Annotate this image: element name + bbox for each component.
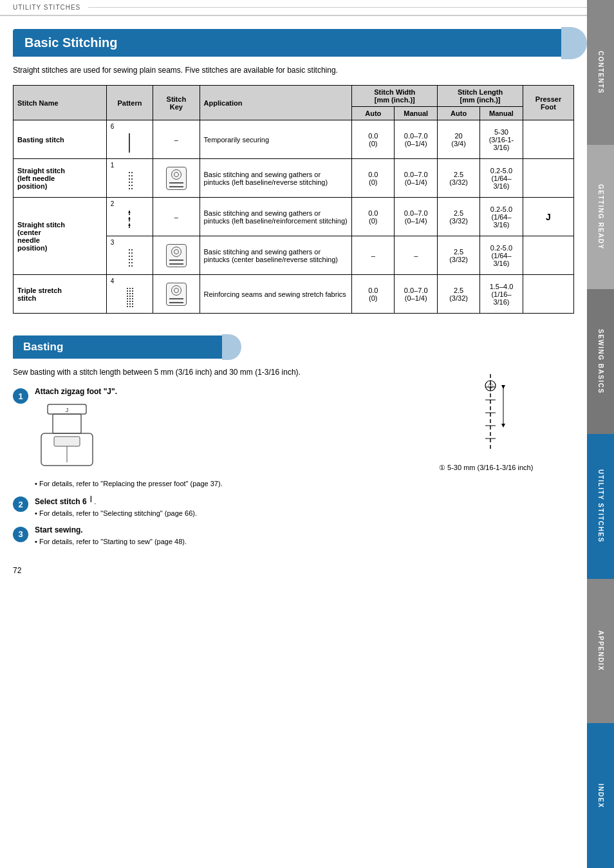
svg-rect-16 xyxy=(54,437,80,446)
length-manual-1: 5-30(3/16-1-3/16) xyxy=(479,120,523,159)
step-circle-2: 2 xyxy=(13,496,28,512)
presser-2 xyxy=(523,159,573,198)
svg-point-5 xyxy=(129,218,131,220)
sidebar-tab-contents[interactable]: CONTENTS xyxy=(587,0,614,145)
intro-text: Straight stitches are used for sewing pl… xyxy=(13,64,574,76)
stitch-name-4: Triple stretchstitch xyxy=(14,275,107,314)
presser-3b xyxy=(523,236,573,275)
key-icon-4 xyxy=(166,283,187,306)
th-presser-foot: PresserFoot xyxy=(523,86,573,120)
foot-svg: J xyxy=(35,401,99,472)
th-stitch-name: Stitch Name xyxy=(14,86,107,120)
key-circle-inner-2 xyxy=(174,172,179,177)
stitch-table: Stitch Name Pattern StitchKey Applicatio… xyxy=(13,85,574,314)
presser-3: J xyxy=(523,198,573,236)
th-length-manual: Manual xyxy=(479,107,523,120)
table-row: Straight stitch(centerneedleposition) 2 … xyxy=(14,198,574,236)
step-content-1: Attach zigzag foot "J". J F xyxy=(35,387,394,489)
basting-right: ① ① 5-30 mm (3/16-1-3/16 inch) xyxy=(407,329,574,553)
application-1: Temporarily securing xyxy=(200,120,352,159)
basting-diagram-container: ① ① 5-30 mm (3/16-1-3/16 inch) xyxy=(439,368,542,472)
length-manual-2: 0.2-5.0(1/64–3/16) xyxy=(479,159,523,198)
basting-intro: Sew basting with a stitch length between… xyxy=(13,366,394,378)
step-note-3: For details, refer to "Starting to sew" … xyxy=(35,537,394,547)
sub-title-tab-ear xyxy=(222,334,241,360)
th-stitch-width: Stitch Width[mm (inch.)] xyxy=(352,86,438,107)
key-1: – xyxy=(153,120,200,159)
stitch-name-2: Straight stitch(left needleposition) xyxy=(14,159,107,198)
th-stitch-key: StitchKey xyxy=(153,86,200,120)
presser-1 xyxy=(523,120,573,159)
th-width-auto: Auto xyxy=(352,107,395,120)
length-manual-3: 0.2-5.0(1/64–3/16) xyxy=(479,198,523,236)
th-application: Application xyxy=(200,86,352,120)
length-auto-1: 20(3/4) xyxy=(438,120,480,159)
sidebar-tab-getting-ready[interactable]: GETTING READY xyxy=(587,145,614,290)
svg-rect-14 xyxy=(53,414,81,433)
presser-4 xyxy=(523,275,573,314)
key-2 xyxy=(153,159,200,198)
length-auto-4: 2.5(3/32) xyxy=(438,275,480,314)
width-auto-3: 0.0(0) xyxy=(352,198,395,236)
sidebar-tab-sewing-basics[interactable]: SEWING BASICS xyxy=(587,289,614,434)
sidebar-tab-appendix[interactable]: APPENDIX xyxy=(587,579,614,724)
th-pattern: Pattern xyxy=(106,86,153,120)
diagram-caption: ① 5-30 mm (3/16-1-3/16 inch) xyxy=(439,464,542,472)
sidebar-tab-utility-stitches[interactable]: UTILITY STITCHES xyxy=(587,434,614,579)
table-row: Basting stitch 6 – Temporarily securing … xyxy=(14,120,574,159)
svg-point-4 xyxy=(129,212,131,214)
pattern-svg-4 xyxy=(120,285,139,310)
step-content-3: Start sewing. For details, refer to "Sta… xyxy=(35,525,394,547)
top-banner-line xyxy=(88,7,601,8)
key-4 xyxy=(153,275,200,314)
th-length-auto: Auto xyxy=(438,107,480,120)
width-manual-1: 0.0–7.0(0–1/4) xyxy=(395,120,438,159)
title-tab-ear xyxy=(561,27,587,59)
width-manual-3: 0.0–7.0(0–1/4) xyxy=(395,198,438,236)
th-width-manual: Manual xyxy=(395,107,438,120)
width-manual-3b: – xyxy=(395,236,438,275)
key-3: – xyxy=(153,198,200,236)
length-auto-3b: 2.5(3/32) xyxy=(438,236,480,275)
basting-left: Basting Sew basting with a stitch length… xyxy=(13,329,394,553)
step-title-1: Attach zigzag foot "J". xyxy=(35,387,394,396)
length-auto-2: 2.5(3/32) xyxy=(438,159,480,198)
key-circle-inner-4 xyxy=(174,288,179,293)
width-auto-3b: – xyxy=(352,236,395,275)
step-circle-1: 1 xyxy=(13,388,28,404)
key-icon-3b xyxy=(166,244,187,267)
pattern-svg-1 xyxy=(120,130,139,156)
basting-diagram-svg: ① xyxy=(439,368,542,458)
step-1: 1 Attach zigzag foot "J". J xyxy=(13,387,394,489)
key-3b xyxy=(153,236,200,275)
step-title-2: Select stitch 6 | . xyxy=(35,495,394,506)
width-auto-2: 0.0(0) xyxy=(352,159,395,198)
application-4: Reinforcing seams and sewing stretch fab… xyxy=(200,275,352,314)
svg-text:①: ① xyxy=(488,382,494,390)
foot-illustration: J xyxy=(35,401,394,474)
sidebar-tab-index[interactable]: INDEX xyxy=(587,723,614,868)
width-auto-4: 0.0(0) xyxy=(352,275,395,314)
width-auto-1: 0.0(0) xyxy=(352,120,395,159)
table-row: Straight stitch(left needleposition) 1 xyxy=(14,159,574,198)
key-icon-2 xyxy=(166,167,187,190)
pattern-3: 2 xyxy=(106,198,153,236)
pattern-1: 6 xyxy=(106,120,153,159)
key-circle-4 xyxy=(171,285,181,296)
length-auto-3: 2.5(3/32) xyxy=(438,198,480,236)
svg-text:J: J xyxy=(66,407,69,413)
width-manual-2: 0.0–7.0(0–1/4) xyxy=(395,159,438,198)
th-stitch-length: Stitch Length[mm (inch.)] xyxy=(438,86,523,107)
table-row: Triple stretchstitch 4 xyxy=(14,275,574,314)
sub-section-title: Basting xyxy=(23,341,63,354)
section-title-box: Basic Stitching xyxy=(13,29,574,57)
width-manual-4: 0.0–7.0(0–1/4) xyxy=(395,275,438,314)
sub-section-title-box: Basting xyxy=(13,335,232,359)
pattern-4: 4 xyxy=(106,275,153,314)
application-3b: Basic stitching and sewing gathers or pi… xyxy=(200,236,352,275)
step-note-2: For details, refer to "Selecting stitchi… xyxy=(35,509,394,518)
application-3: Basic stitching and sewing gathers or pi… xyxy=(200,198,352,236)
step-content-2: Select stitch 6 | . For details, refer t… xyxy=(35,495,394,518)
step-3: 3 Start sewing. For details, refer to "S… xyxy=(13,525,394,547)
pattern-svg-3b xyxy=(120,246,139,272)
